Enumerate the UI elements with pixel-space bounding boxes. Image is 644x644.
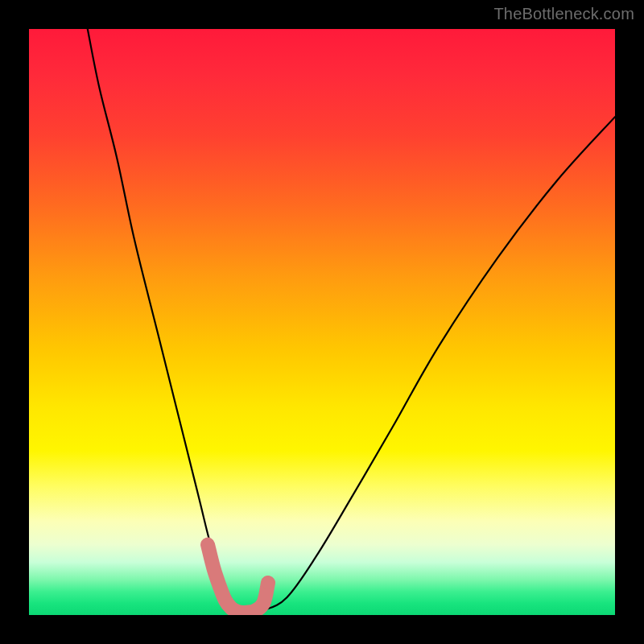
valley-highlight-curve xyxy=(208,545,268,613)
chart-frame: TheBottleneck.com xyxy=(0,0,644,644)
bottleneck-curve xyxy=(88,29,615,613)
plot-area xyxy=(29,29,615,615)
valley-end-dot xyxy=(262,576,275,589)
curve-layer xyxy=(29,29,615,615)
watermark-text: TheBottleneck.com xyxy=(493,5,634,23)
